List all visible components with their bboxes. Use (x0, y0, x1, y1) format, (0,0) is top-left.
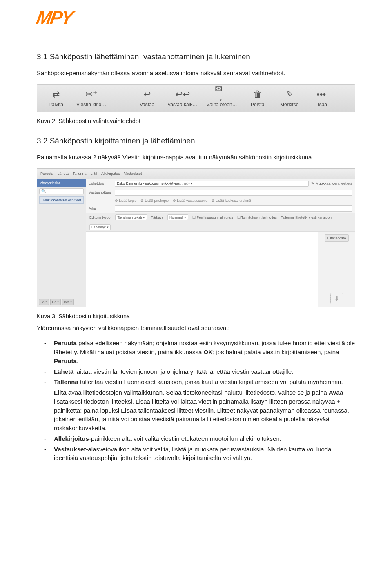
reply-all-icon: ↩↩ (176, 89, 189, 100)
list-item: Allekirjoitus-painikkeen alta voit valit… (48, 434, 355, 443)
tb-reply-all[interactable]: ↩↩ Vastaa kaik… (167, 89, 197, 107)
add-replyto[interactable]: ⊕ Lisää vastausosoite (173, 199, 207, 203)
priority-select[interactable]: Normaali ▾ (167, 214, 188, 220)
compose-cancel[interactable]: Peruuta (40, 172, 53, 176)
section-3-2-para: Painamalla kuvassa 2 näkyvää Viestin kir… (37, 153, 355, 162)
bullet-list: Peruuta palaa edelliseen näkymään; ohjel… (37, 339, 355, 462)
dsn-checkbox[interactable]: ☐ Toimituksen tilailmoitus (237, 215, 277, 219)
tb-label: Merkitse (280, 102, 298, 107)
compose-icon: ✉⁺ (85, 89, 98, 100)
tb-label: Päivitä (49, 102, 63, 107)
caption-kuva-3: Kuva 3. Sähköpostin kirjoitusikkuna (37, 313, 355, 319)
refresh-icon: ⇄ (49, 89, 63, 100)
list-item: Tallenna tallentaa viestin Luonnokset ka… (48, 377, 355, 386)
section-heading-3-2: 3.2 Sähköpostin kirjoittaminen ja lähett… (37, 136, 355, 145)
attach-file-button[interactable]: Liitetiedosto (325, 234, 349, 242)
mark-icon: ✎ (283, 89, 296, 100)
compose-toolbar: Peruuta Lähetä Tallenna Liitä Allekirjoi… (37, 169, 355, 179)
add-cc-btn[interactable]: Cc ⁺ (50, 299, 61, 305)
subject-field[interactable] (115, 205, 352, 212)
section-heading-3-1: 3.1 Sähköpostin lähettäminen, vastaanott… (37, 52, 355, 61)
after-caption-3: Yläreunassa näkyvien valikkonappien toim… (37, 324, 355, 333)
compose-responses[interactable]: Vastaukset (124, 172, 142, 176)
forward-icon: ✉→ (215, 89, 229, 100)
tb-forward[interactable]: ✉→ Välitä eteen… (206, 89, 237, 107)
list-item: Liitä avaa liitetiedostojen valintaikkun… (48, 388, 355, 433)
receipt-checkbox[interactable]: ☐ Perillesaapumisilmoitus (192, 215, 233, 219)
compose-save[interactable]: Tallenna (73, 172, 87, 176)
from-field[interactable]: Esko Esimerkki <esko.esimerkki@viesti.ne… (115, 181, 309, 187)
logo: MPY (37, 7, 355, 28)
screenshot-toolbar: ⇄ Päivitä ✉⁺ Viestin kirjo… ↩ Vastaa ↩↩ … (37, 84, 355, 112)
tb-delete[interactable]: 🗑 Poista (246, 89, 269, 107)
sidebar-search[interactable]: 🔍 (39, 188, 84, 194)
tb-more[interactable]: ••• Lisää (310, 89, 333, 107)
list-item: Vastaukset-alasvetovalikon alta voit val… (48, 445, 355, 463)
tb-label: Viestin kirjo… (76, 102, 106, 107)
compose-send[interactable]: Lähetä (58, 172, 69, 176)
save-sent-select[interactable]: Lähetetyt ▾ (89, 224, 111, 230)
tb-label: Vastaa kaik… (167, 102, 197, 107)
add-followup[interactable]: ⊕ Lisää keskusteluryhmä (212, 199, 251, 203)
list-item: Peruuta palaa edelliseen näkymään; ohjel… (48, 339, 355, 365)
drop-area-icon[interactable]: ⬇ (330, 293, 343, 304)
priority-label: Tärkeys (151, 215, 163, 219)
subject-label: Aihe (89, 206, 112, 210)
trash-icon: 🗑 (251, 89, 265, 100)
sidebar-personal-addresses[interactable]: Henkilökohtaiset osoitteet (39, 196, 84, 204)
add-bcc[interactable]: ⊕ Lisää piilokopio (140, 199, 168, 203)
edit-identities[interactable]: ✎ Muokkaa identiteettejä (311, 181, 352, 185)
compose-content: Lähettäjä Esko Esimerkki <esko.esimerkki… (86, 179, 355, 307)
sidebar-footer: To ⁺ Cc ⁺ Bcc ⁺ (37, 297, 86, 307)
compose-attach[interactable]: Liitä (91, 172, 98, 176)
reply-icon: ↩ (140, 89, 154, 100)
from-label: Lähettäjä (89, 181, 112, 185)
section-3-1-para: Sähköposti-perusnäkymän ollessa avoinna … (37, 69, 355, 78)
add-cc[interactable]: ⊕ Lisää kopio (115, 199, 136, 203)
tb-label: Välitä eteen… (206, 102, 237, 107)
to-field[interactable] (115, 190, 352, 196)
editor-type-select[interactable]: Tavallinen teksti ▾ (115, 214, 147, 220)
compose-signature[interactable]: Allekirjoitus (101, 172, 120, 176)
sidebar-contacts-head: Yhteystiedot (37, 179, 86, 187)
tb-label: Vastaa (140, 102, 154, 107)
screenshot-compose: Peruuta Lähetä Tallenna Liitä Allekirjoi… (37, 168, 355, 307)
tb-reply[interactable]: ↩ Vastaa (136, 89, 158, 107)
save-sent-label: Tallenna lähetetty viesti kansioon (281, 215, 332, 219)
compose-sidebar: Yhteystiedot 🔍 Henkilökohtaiset osoittee… (37, 179, 86, 307)
list-item: Lähetä laittaa viestin lähtevien jonoon,… (48, 367, 355, 376)
message-body[interactable] (86, 232, 318, 307)
tb-mark[interactable]: ✎ Merkitse (278, 89, 301, 107)
tb-label: Lisää (315, 102, 327, 107)
editor-type-label: Editorin tyyppi (89, 215, 111, 219)
tb-compose[interactable]: ✉⁺ Viestin kirjo… (76, 89, 106, 107)
add-to-btn[interactable]: To ⁺ (39, 299, 49, 305)
tb-refresh[interactable]: ⇄ Päivitä (45, 89, 67, 107)
add-bcc-btn[interactable]: Bcc ⁺ (62, 299, 74, 305)
tb-label: Poista (251, 102, 264, 107)
caption-kuva-2: Kuva 2. Sähköpostin valintavaihtoehdot (37, 118, 355, 124)
more-icon: ••• (314, 89, 328, 100)
to-label: Vastaanottaja (89, 190, 112, 194)
